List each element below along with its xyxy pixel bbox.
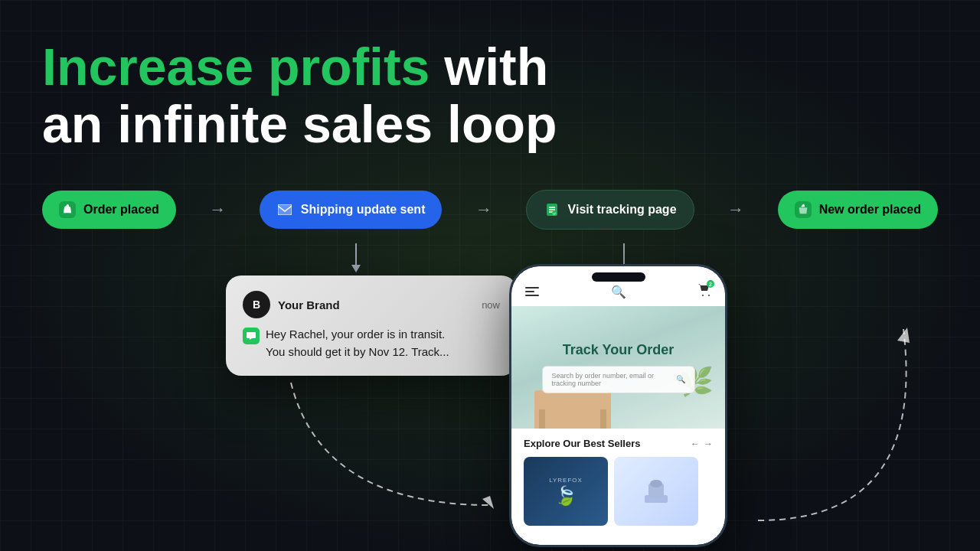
sms-brand: B Your Brand	[243, 291, 340, 318]
down-arrow-shipping	[348, 243, 364, 274]
track-order-overlay: Track Your Order Search by order number,…	[511, 306, 725, 429]
flow-row: Order placed → Shipping update sent →	[42, 190, 938, 230]
doc-icon	[544, 201, 560, 218]
phone-content: Explore Our Best Sellers ← → LYREFOX 🍃	[511, 429, 725, 535]
sms-brand-name: Your Brand	[278, 298, 340, 311]
product-card-2	[614, 457, 698, 526]
flow-step-order-placed: Order placed	[42, 191, 176, 229]
hamburger-icon	[525, 287, 539, 296]
step3-label: Visit tracking page	[568, 203, 677, 217]
sms-message-body: Hey Rachel, your order is in transit. Yo…	[243, 326, 500, 360]
best-sellers-nav: ← →	[691, 439, 713, 449]
sms-green-icon	[243, 328, 260, 344]
product-card-1: LYREFOX 🍃	[524, 457, 608, 526]
phone-mockup: 🔍 2 🌿 Track Your Order Search by or	[509, 264, 727, 547]
hero-line2: an infinite sales loop	[42, 96, 557, 153]
sms-header: B Your Brand now	[243, 291, 500, 318]
product-image-2	[614, 457, 698, 526]
prev-arrow: ←	[691, 439, 700, 449]
shopify-icon-2	[795, 201, 812, 218]
track-placeholder: Search by order number, email or trackin…	[552, 372, 676, 387]
arrow-2: →	[442, 200, 525, 220]
track-order-title: Track Your Order	[563, 342, 674, 358]
svg-point-6	[552, 211, 557, 216]
email-icon	[276, 201, 293, 218]
leaf-icon: 🍃	[554, 485, 577, 506]
sms-avatar: B	[243, 291, 270, 318]
next-arrow: →	[704, 439, 713, 449]
flow-step-shipping: Shipping update sent	[260, 191, 443, 229]
cart-badge: 2	[707, 280, 714, 288]
arrow-3: →	[694, 200, 778, 220]
phone-hero-area: 🌿 Track Your Order Search by order numbe…	[511, 306, 725, 429]
hero-green-text: Increase profits	[42, 37, 430, 96]
product-logo-1: LYREFOX 🍃	[549, 477, 583, 507]
sms-time: now	[482, 299, 500, 311]
arrow-1: →	[176, 200, 260, 220]
hero-title: Increase profits with an infinite sales …	[42, 38, 557, 153]
flow-step-tracking: Visit tracking page	[526, 190, 694, 230]
step1-label: Order placed	[83, 203, 159, 217]
dashed-arrow-right	[735, 291, 934, 551]
search-icon: 🔍	[611, 285, 626, 299]
dashed-arrow-left	[245, 367, 513, 520]
product-cards: LYREFOX 🍃	[524, 457, 713, 526]
svg-rect-0	[278, 204, 292, 215]
sms-line2: You should get it by Nov 12. Track...	[266, 344, 449, 361]
flow-step-new-order: New order placed	[778, 191, 938, 229]
phone-screen: 🔍 2 🌿 Track Your Order Search by or	[511, 266, 725, 545]
track-search-bar: Search by order number, email or trackin…	[542, 366, 695, 393]
best-sellers-title: Explore Our Best Sellers	[524, 438, 640, 449]
sms-message-text: Hey Rachel, your order is in transit. Yo…	[266, 326, 449, 360]
svg-marker-8	[351, 265, 361, 272]
best-sellers-header: Explore Our Best Sellers ← →	[524, 438, 713, 449]
svg-marker-14	[482, 496, 494, 509]
sms-notification-card: B Your Brand now Hey Rachel, your order …	[226, 276, 517, 376]
sms-line1: Hey Rachel, your order is in transit.	[266, 326, 449, 344]
svg-point-13	[650, 480, 662, 487]
step2-label: Shipping update sent	[301, 203, 426, 217]
cart-icon: 2	[697, 283, 711, 300]
track-search-icon: 🔍	[676, 375, 685, 383]
step4-label: New order placed	[819, 203, 921, 217]
shopify-icon-1	[59, 201, 76, 218]
svg-marker-15	[897, 328, 910, 343]
hero-white-text: with	[430, 37, 548, 96]
phone-notch	[592, 272, 645, 282]
